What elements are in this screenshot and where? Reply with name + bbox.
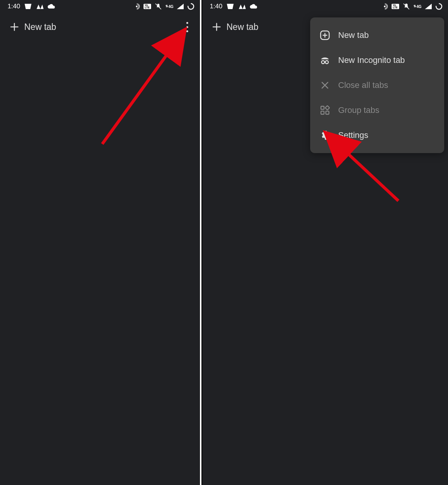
mute-icon <box>403 3 410 10</box>
menu-item-group-tabs[interactable]: Group tabs <box>310 98 444 123</box>
status-bar: 1:40 Vo LTE ⇅4G <box>0 0 200 13</box>
status-bar: 1:40 Vo LTE ⇅4G <box>202 0 448 13</box>
svg-rect-13 <box>325 106 330 110</box>
svg-rect-11 <box>321 111 324 114</box>
cloud-icon <box>250 3 258 9</box>
menu-item-close-all-tabs[interactable]: Close all tabs <box>310 73 444 98</box>
status-time: 1:40 <box>210 3 222 10</box>
new-tab-label: New tab <box>226 22 258 32</box>
phone-screen-right: 1:40 Vo LTE ⇅4G New tab New tab <box>202 0 448 485</box>
status-time: 1:40 <box>8 3 20 10</box>
status-left: 1:40 <box>8 3 56 10</box>
plus-box-icon <box>319 30 331 41</box>
network-4g-label: ⇅4G <box>165 5 173 9</box>
app-icon-2 <box>36 3 44 10</box>
menu-item-label: Close all tabs <box>338 80 388 90</box>
status-left: 1:40 <box>210 3 258 10</box>
menu-item-new-tab[interactable]: New tab <box>310 23 444 48</box>
battery-ring-icon <box>187 3 195 10</box>
grid-icon <box>319 105 331 116</box>
signal-icon <box>177 3 184 9</box>
close-icon <box>319 80 331 90</box>
svg-rect-12 <box>326 111 329 114</box>
signal-icon <box>425 3 432 9</box>
svg-rect-10 <box>321 106 324 110</box>
more-vert-icon <box>186 21 188 33</box>
phone-screen-left: 1:40 Vo LTE ⇅4G New tab <box>0 0 200 485</box>
status-right: Vo LTE ⇅4G <box>133 3 195 10</box>
menu-item-label: New tab <box>338 30 369 40</box>
svg-point-6 <box>436 4 442 9</box>
overflow-menu: New tab New Incognito tab Close all tabs… <box>310 17 444 153</box>
gear-icon <box>319 130 331 141</box>
plus-icon <box>211 22 222 32</box>
hotspot-icon <box>133 3 140 10</box>
new-tab-button[interactable] <box>208 18 226 36</box>
mute-icon <box>155 3 162 10</box>
tab-switcher-toolbar: New tab <box>0 13 200 41</box>
overflow-menu-button[interactable] <box>178 18 196 36</box>
battery-ring-icon <box>435 3 443 10</box>
status-right: Vo LTE ⇅4G <box>381 3 443 10</box>
menu-item-label: Settings <box>338 130 368 140</box>
svg-point-2 <box>188 4 194 9</box>
app-icon-1 <box>226 3 234 10</box>
svg-line-3 <box>102 34 182 144</box>
menu-item-new-incognito-tab[interactable]: New Incognito tab <box>310 48 444 73</box>
app-icon-1 <box>24 3 32 10</box>
menu-item-label: Group tabs <box>338 105 379 115</box>
new-tab-label: New tab <box>24 22 56 32</box>
volte-badge: Vo LTE <box>392 4 399 9</box>
incognito-icon <box>319 55 331 66</box>
menu-item-settings[interactable]: Settings <box>310 123 444 148</box>
cloud-icon <box>47 3 56 9</box>
network-4g-label: ⇅4G <box>414 5 421 9</box>
new-tab-button[interactable] <box>5 18 23 36</box>
plus-icon <box>9 22 20 32</box>
annotation-arrow-1 <box>98 23 193 148</box>
svg-point-8 <box>322 61 325 64</box>
menu-item-label: New Incognito tab <box>338 55 405 65</box>
app-icon-2 <box>238 3 246 10</box>
hotspot-icon <box>381 3 388 10</box>
svg-point-4 <box>384 6 386 8</box>
volte-badge: Vo LTE <box>144 4 151 9</box>
svg-point-9 <box>325 61 328 64</box>
svg-point-0 <box>136 6 137 8</box>
